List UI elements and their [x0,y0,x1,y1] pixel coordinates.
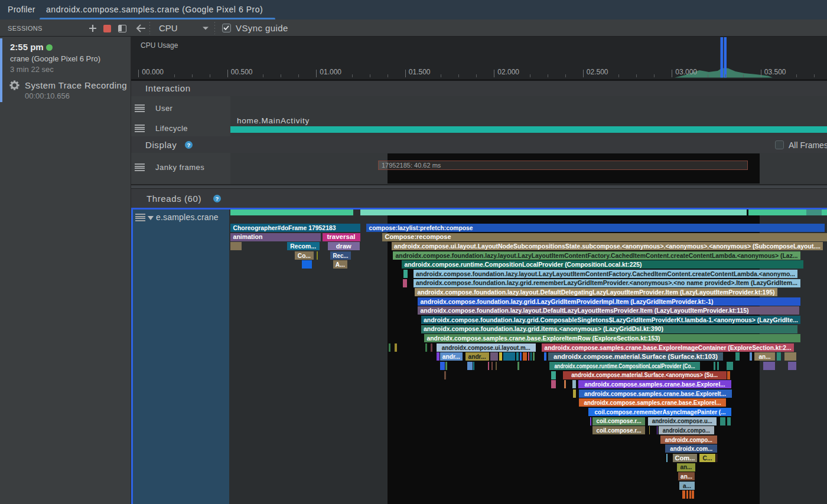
svg-text:androidx.compose.foundation.la: androidx.compose.foundation.lazy.layout.… [418,289,775,296]
svg-text:androidx.compose.foundation.la: androidx.compose.foundation.lazy.grid.Co… [424,316,798,323]
svg-text:androidx.compose.u...: androidx.compose.u... [652,417,712,424]
svg-text:Choreographer#doFrame 17952183: Choreographer#doFrame 17952183 [233,224,336,231]
svg-text:androidx.compose.material.Surf: androidx.compose.material.Surface (Surfa… [553,353,718,360]
svg-text:an...: an... [681,473,692,480]
svg-text:androidx.compose.foundation.la: androidx.compose.foundation.lazy.grid.re… [416,279,797,286]
svg-text:andr...: andr... [468,353,486,360]
svg-text:an...: an... [680,463,692,470]
svg-text:coil.compose.r...: coil.compose.r... [597,427,642,434]
svg-text:androidx.compose.ui.layout.Lay: androidx.compose.ui.layout.LayoutNodeSub… [394,243,821,250]
svg-text:Co...: Co... [298,252,311,259]
svg-text:Compose:recompose: Compose:recompose [385,233,451,240]
svg-text:androidx.compose.samples.crane: androidx.compose.samples.crane.base.Expl… [585,381,725,388]
svg-text:Rec...: Rec... [333,252,349,259]
svg-text:androidx.compose.foundation.la: androidx.compose.foundation.lazy.grid.La… [421,298,714,305]
svg-text:an...: an... [759,353,771,360]
svg-text:androidx.compose.foundation.la: androidx.compose.foundation.lazy.layout.… [416,270,795,277]
svg-text:androidx.compose.samples.crane: androidx.compose.samples.crane.base.Expl… [545,344,792,351]
svg-text:androidx.compose.samples.crane: androidx.compose.samples.crane.base.Expl… [427,335,660,342]
svg-text:androidx.compose.material.Surf: androidx.compose.material.Surface.<anony… [571,371,718,378]
svg-text:andr...: andr... [442,353,460,360]
svg-text:androidx.compose.foundation.la: androidx.compose.foundation.lazy.layout.… [396,252,798,259]
svg-text:androidx.compose.runtime.Compo: androidx.compose.runtime.CompositionLoca… [555,362,695,369]
svg-text:coil.compose.rememberAsyncImag: coil.compose.rememberAsyncImagePainter (… [595,408,726,415]
svg-text:Recom...: Recom... [290,243,316,250]
svg-text:coil.compose.r...: coil.compose.r... [597,417,642,424]
svg-text:a...: a... [683,482,691,489]
svg-text:androidx.compose.samples.crane: androidx.compose.samples.crane.base.Expl… [584,399,721,406]
svg-text:animation: animation [233,233,263,240]
svg-text:androidx.com...: androidx.com... [670,445,712,452]
svg-text:androidx.compo...: androidx.compo... [665,436,712,443]
svg-text:androidx.compose.runtime.Compo: androidx.compose.runtime.CompositionLoca… [405,261,642,268]
svg-text:androidx.compo...: androidx.compo... [663,427,710,434]
svg-text:draw: draw [336,243,351,250]
svg-text:androidx.compose.samples.crane: androidx.compose.samples.crane.base.Expl… [584,390,726,397]
svg-text:compose:lazylist:prefetch:comp: compose:lazylist:prefetch:compose [369,224,473,231]
svg-text:androidx.compose.foundation.la: androidx.compose.foundation.lazy.layout.… [421,307,749,314]
svg-text:traversal: traversal [327,233,356,240]
svg-text:Com...: Com... [675,454,695,462]
svg-text:androidx.compose.ui.layout.m..: androidx.compose.ui.layout.m... [442,344,530,351]
svg-text:androidx.compose.foundation.la: androidx.compose.foundation.lazy.grid.it… [424,325,663,332]
svg-text:C...: C... [703,454,712,462]
svg-text:A...: A... [336,261,345,268]
